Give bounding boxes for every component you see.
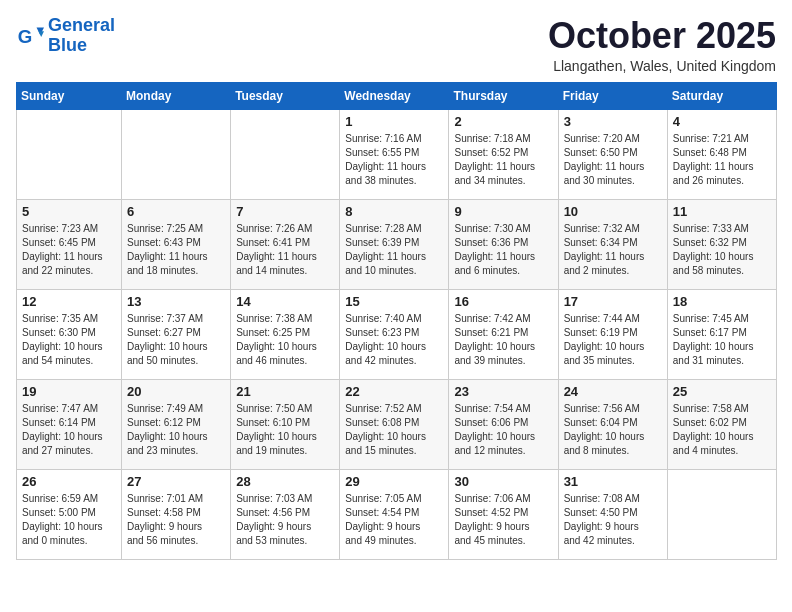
calendar-week-1: 1Sunrise: 7:16 AM Sunset: 6:55 PM Daylig… (17, 109, 777, 199)
day-content: Sunrise: 7:40 AM Sunset: 6:23 PM Dayligh… (345, 312, 443, 368)
svg-text:G: G (18, 25, 33, 46)
day-content: Sunrise: 7:54 AM Sunset: 6:06 PM Dayligh… (454, 402, 552, 458)
day-number: 27 (127, 474, 225, 489)
day-content: Sunrise: 7:05 AM Sunset: 4:54 PM Dayligh… (345, 492, 443, 548)
day-number: 7 (236, 204, 334, 219)
day-content: Sunrise: 7:44 AM Sunset: 6:19 PM Dayligh… (564, 312, 662, 368)
calendar-cell: 28Sunrise: 7:03 AM Sunset: 4:56 PM Dayli… (231, 469, 340, 559)
calendar-cell: 27Sunrise: 7:01 AM Sunset: 4:58 PM Dayli… (122, 469, 231, 559)
calendar-cell: 20Sunrise: 7:49 AM Sunset: 6:12 PM Dayli… (122, 379, 231, 469)
day-content: Sunrise: 7:28 AM Sunset: 6:39 PM Dayligh… (345, 222, 443, 278)
calendar-week-4: 19Sunrise: 7:47 AM Sunset: 6:14 PM Dayli… (17, 379, 777, 469)
calendar-cell (122, 109, 231, 199)
day-number: 6 (127, 204, 225, 219)
day-content: Sunrise: 7:47 AM Sunset: 6:14 PM Dayligh… (22, 402, 116, 458)
calendar-cell: 21Sunrise: 7:50 AM Sunset: 6:10 PM Dayli… (231, 379, 340, 469)
day-content: Sunrise: 7:33 AM Sunset: 6:32 PM Dayligh… (673, 222, 771, 278)
day-content: Sunrise: 7:21 AM Sunset: 6:48 PM Dayligh… (673, 132, 771, 188)
logo-line2: Blue (48, 35, 87, 55)
day-number: 18 (673, 294, 771, 309)
day-content: Sunrise: 7:16 AM Sunset: 6:55 PM Dayligh… (345, 132, 443, 188)
day-number: 10 (564, 204, 662, 219)
calendar-table: SundayMondayTuesdayWednesdayThursdayFrid… (16, 82, 777, 560)
calendar-cell: 25Sunrise: 7:58 AM Sunset: 6:02 PM Dayli… (667, 379, 776, 469)
calendar-cell: 9Sunrise: 7:30 AM Sunset: 6:36 PM Daylig… (449, 199, 558, 289)
day-number: 22 (345, 384, 443, 399)
calendar-cell: 5Sunrise: 7:23 AM Sunset: 6:45 PM Daylig… (17, 199, 122, 289)
day-content: Sunrise: 7:58 AM Sunset: 6:02 PM Dayligh… (673, 402, 771, 458)
calendar-cell: 26Sunrise: 6:59 AM Sunset: 5:00 PM Dayli… (17, 469, 122, 559)
day-content: Sunrise: 7:06 AM Sunset: 4:52 PM Dayligh… (454, 492, 552, 548)
calendar-cell: 3Sunrise: 7:20 AM Sunset: 6:50 PM Daylig… (558, 109, 667, 199)
logo-text: General Blue (48, 16, 115, 56)
day-content: Sunrise: 7:01 AM Sunset: 4:58 PM Dayligh… (127, 492, 225, 548)
calendar-cell: 8Sunrise: 7:28 AM Sunset: 6:39 PM Daylig… (340, 199, 449, 289)
day-header-saturday: Saturday (667, 82, 776, 109)
day-number: 23 (454, 384, 552, 399)
day-number: 19 (22, 384, 116, 399)
day-number: 2 (454, 114, 552, 129)
calendar-week-3: 12Sunrise: 7:35 AM Sunset: 6:30 PM Dayli… (17, 289, 777, 379)
day-number: 21 (236, 384, 334, 399)
day-content: Sunrise: 7:45 AM Sunset: 6:17 PM Dayligh… (673, 312, 771, 368)
calendar-cell: 11Sunrise: 7:33 AM Sunset: 6:32 PM Dayli… (667, 199, 776, 289)
calendar-cell: 19Sunrise: 7:47 AM Sunset: 6:14 PM Dayli… (17, 379, 122, 469)
logo: G General Blue (16, 16, 115, 56)
day-content: Sunrise: 7:30 AM Sunset: 6:36 PM Dayligh… (454, 222, 552, 278)
calendar-cell: 23Sunrise: 7:54 AM Sunset: 6:06 PM Dayli… (449, 379, 558, 469)
day-content: Sunrise: 7:20 AM Sunset: 6:50 PM Dayligh… (564, 132, 662, 188)
day-header-friday: Friday (558, 82, 667, 109)
day-content: Sunrise: 7:26 AM Sunset: 6:41 PM Dayligh… (236, 222, 334, 278)
day-content: Sunrise: 6:59 AM Sunset: 5:00 PM Dayligh… (22, 492, 116, 548)
day-content: Sunrise: 7:25 AM Sunset: 6:43 PM Dayligh… (127, 222, 225, 278)
day-content: Sunrise: 7:56 AM Sunset: 6:04 PM Dayligh… (564, 402, 662, 458)
calendar-cell: 22Sunrise: 7:52 AM Sunset: 6:08 PM Dayli… (340, 379, 449, 469)
calendar-cell (231, 109, 340, 199)
day-number: 8 (345, 204, 443, 219)
day-number: 15 (345, 294, 443, 309)
day-header-tuesday: Tuesday (231, 82, 340, 109)
day-number: 5 (22, 204, 116, 219)
day-number: 12 (22, 294, 116, 309)
month-title: October 2025 (548, 16, 776, 56)
calendar-cell: 1Sunrise: 7:16 AM Sunset: 6:55 PM Daylig… (340, 109, 449, 199)
calendar-cell: 31Sunrise: 7:08 AM Sunset: 4:50 PM Dayli… (558, 469, 667, 559)
svg-marker-2 (38, 31, 44, 37)
calendar-week-5: 26Sunrise: 6:59 AM Sunset: 5:00 PM Dayli… (17, 469, 777, 559)
calendar-cell: 4Sunrise: 7:21 AM Sunset: 6:48 PM Daylig… (667, 109, 776, 199)
day-number: 17 (564, 294, 662, 309)
calendar-cell: 15Sunrise: 7:40 AM Sunset: 6:23 PM Dayli… (340, 289, 449, 379)
page-header: G General Blue October 2025 Llangathen, … (16, 16, 776, 74)
day-content: Sunrise: 7:35 AM Sunset: 6:30 PM Dayligh… (22, 312, 116, 368)
day-content: Sunrise: 7:03 AM Sunset: 4:56 PM Dayligh… (236, 492, 334, 548)
day-content: Sunrise: 7:50 AM Sunset: 6:10 PM Dayligh… (236, 402, 334, 458)
day-number: 16 (454, 294, 552, 309)
day-content: Sunrise: 7:52 AM Sunset: 6:08 PM Dayligh… (345, 402, 443, 458)
day-number: 3 (564, 114, 662, 129)
day-content: Sunrise: 7:08 AM Sunset: 4:50 PM Dayligh… (564, 492, 662, 548)
calendar-week-2: 5Sunrise: 7:23 AM Sunset: 6:45 PM Daylig… (17, 199, 777, 289)
day-number: 24 (564, 384, 662, 399)
calendar-cell: 24Sunrise: 7:56 AM Sunset: 6:04 PM Dayli… (558, 379, 667, 469)
logo-icon: G (16, 22, 44, 50)
day-content: Sunrise: 7:49 AM Sunset: 6:12 PM Dayligh… (127, 402, 225, 458)
calendar-cell: 7Sunrise: 7:26 AM Sunset: 6:41 PM Daylig… (231, 199, 340, 289)
day-number: 4 (673, 114, 771, 129)
day-header-thursday: Thursday (449, 82, 558, 109)
calendar-cell: 6Sunrise: 7:25 AM Sunset: 6:43 PM Daylig… (122, 199, 231, 289)
calendar-cell: 29Sunrise: 7:05 AM Sunset: 4:54 PM Dayli… (340, 469, 449, 559)
calendar-cell: 12Sunrise: 7:35 AM Sunset: 6:30 PM Dayli… (17, 289, 122, 379)
calendar-header-row: SundayMondayTuesdayWednesdayThursdayFrid… (17, 82, 777, 109)
day-number: 13 (127, 294, 225, 309)
day-number: 29 (345, 474, 443, 489)
title-block: October 2025 Llangathen, Wales, United K… (548, 16, 776, 74)
calendar-cell: 2Sunrise: 7:18 AM Sunset: 6:52 PM Daylig… (449, 109, 558, 199)
day-number: 9 (454, 204, 552, 219)
day-content: Sunrise: 7:37 AM Sunset: 6:27 PM Dayligh… (127, 312, 225, 368)
calendar-cell: 14Sunrise: 7:38 AM Sunset: 6:25 PM Dayli… (231, 289, 340, 379)
calendar-cell (667, 469, 776, 559)
calendar-cell: 17Sunrise: 7:44 AM Sunset: 6:19 PM Dayli… (558, 289, 667, 379)
day-content: Sunrise: 7:42 AM Sunset: 6:21 PM Dayligh… (454, 312, 552, 368)
day-content: Sunrise: 7:32 AM Sunset: 6:34 PM Dayligh… (564, 222, 662, 278)
calendar-cell: 30Sunrise: 7:06 AM Sunset: 4:52 PM Dayli… (449, 469, 558, 559)
